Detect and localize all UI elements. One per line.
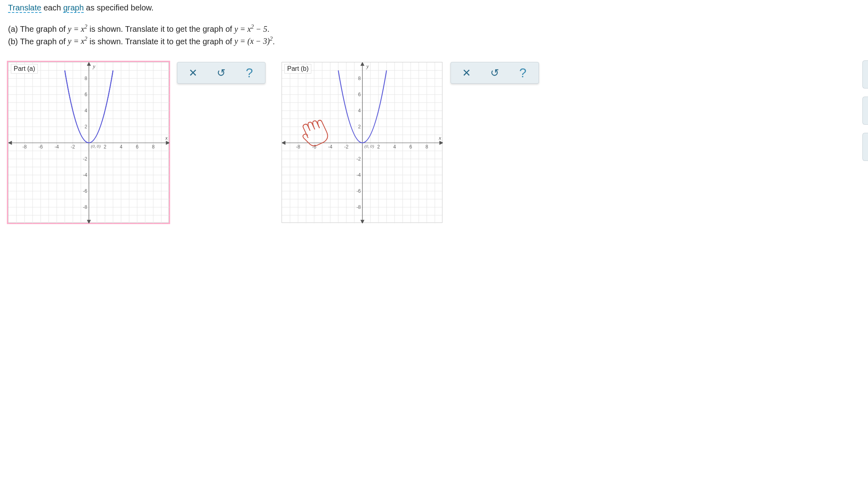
svg-text:-6: -6 — [83, 188, 87, 194]
svg-text:2: 2 — [84, 124, 87, 130]
svg-text:8: 8 — [84, 76, 87, 81]
svg-text:6: 6 — [358, 92, 361, 97]
graph-svg-a: 2 4 6 8 -2 -4 -6 -8 2 4 6 8 -2 -4 -6 — [8, 62, 169, 223]
side-tab-1[interactable] — [862, 60, 868, 89]
part-b-block: Part (b) 2 4 6 8 — [282, 62, 539, 223]
svg-text:-8: -8 — [83, 204, 87, 210]
graph-svg-b: 2 4 6 8 -2 -4 -6 -8 2 4 6 8 -2 -4 -6 — [282, 62, 443, 223]
svg-text:-2: -2 — [356, 156, 361, 162]
svg-text:-2: -2 — [83, 156, 87, 162]
legend-a: Part (a) — [11, 64, 38, 74]
clear-button[interactable]: ✕ — [453, 64, 481, 82]
help-button[interactable]: ? — [509, 64, 537, 82]
svg-text:2: 2 — [358, 124, 361, 130]
svg-text:x: x — [165, 135, 168, 141]
side-tab-3[interactable] — [862, 133, 868, 161]
svg-text:4: 4 — [358, 108, 361, 113]
instruction-mid: each — [41, 3, 63, 12]
svg-text:-2: -2 — [344, 144, 349, 150]
svg-text:-4: -4 — [55, 144, 59, 150]
undo-icon: ↺ — [217, 67, 226, 79]
svg-text:2: 2 — [377, 144, 380, 150]
help-icon: ? — [519, 66, 527, 80]
svg-text:-2: -2 — [71, 144, 75, 150]
prompt-a: (a) The graph of y = x2 is shown. Transl… — [8, 24, 860, 34]
svg-marker-41 — [87, 220, 91, 223]
term-graph[interactable]: graph — [63, 3, 84, 13]
help-icon: ? — [246, 66, 253, 80]
svg-text:-6: -6 — [356, 188, 361, 194]
svg-marker-40 — [87, 62, 91, 66]
part-a-block: Part (a) 2 4 — [8, 62, 265, 223]
x-icon: ✕ — [462, 67, 471, 79]
svg-text:(0, 0): (0, 0) — [91, 144, 101, 149]
svg-text:-8: -8 — [296, 144, 300, 150]
instruction-tail: as specified below. — [84, 3, 153, 12]
svg-text:4: 4 — [84, 108, 87, 113]
svg-text:-4: -4 — [356, 172, 361, 178]
svg-marker-102 — [361, 220, 364, 223]
side-tab-2[interactable] — [862, 97, 868, 125]
svg-text:(0, 0): (0, 0) — [364, 144, 374, 149]
svg-marker-99 — [440, 141, 443, 144]
undo-icon: ↺ — [490, 67, 499, 79]
svg-text:-4: -4 — [83, 172, 87, 178]
svg-text:2: 2 — [104, 144, 107, 150]
undo-button[interactable]: ↺ — [207, 64, 235, 82]
toolbar-a: ✕ ↺ ? — [177, 62, 265, 84]
svg-text:-8: -8 — [23, 144, 27, 150]
instruction-text: Translate each graph as specified below. — [8, 3, 860, 12]
svg-text:-4: -4 — [328, 144, 333, 150]
svg-marker-101 — [361, 62, 364, 66]
svg-text:6: 6 — [136, 144, 139, 150]
graph-canvas-b[interactable]: Part (b) 2 4 6 8 — [282, 62, 442, 223]
svg-marker-100 — [282, 141, 285, 144]
clear-button[interactable]: ✕ — [179, 64, 207, 82]
svg-text:8: 8 — [358, 76, 361, 81]
side-tabs — [862, 60, 868, 161]
svg-text:x: x — [438, 135, 441, 141]
svg-text:8: 8 — [426, 144, 428, 150]
legend-b: Part (b) — [284, 64, 311, 74]
svg-text:4: 4 — [393, 144, 396, 150]
undo-button[interactable]: ↺ — [481, 64, 509, 82]
svg-marker-38 — [166, 141, 169, 144]
toolbar-b: ✕ ↺ ? — [450, 62, 539, 84]
svg-text:4: 4 — [120, 144, 123, 150]
svg-text:-6: -6 — [39, 144, 43, 150]
help-button[interactable]: ? — [235, 64, 263, 82]
svg-text:-8: -8 — [356, 204, 361, 210]
x-icon: ✕ — [189, 67, 197, 79]
svg-text:6: 6 — [84, 92, 87, 97]
svg-text:y: y — [366, 63, 369, 69]
term-translate[interactable]: Translate — [8, 3, 41, 13]
svg-text:y: y — [92, 63, 95, 69]
svg-text:8: 8 — [152, 144, 155, 150]
svg-text:-6: -6 — [312, 144, 317, 150]
svg-text:6: 6 — [409, 144, 412, 150]
prompt-b: (b) The graph of y = x2 is shown. Transl… — [8, 36, 860, 46]
graph-canvas-a[interactable]: Part (a) 2 4 — [8, 62, 169, 223]
svg-marker-39 — [8, 141, 12, 144]
